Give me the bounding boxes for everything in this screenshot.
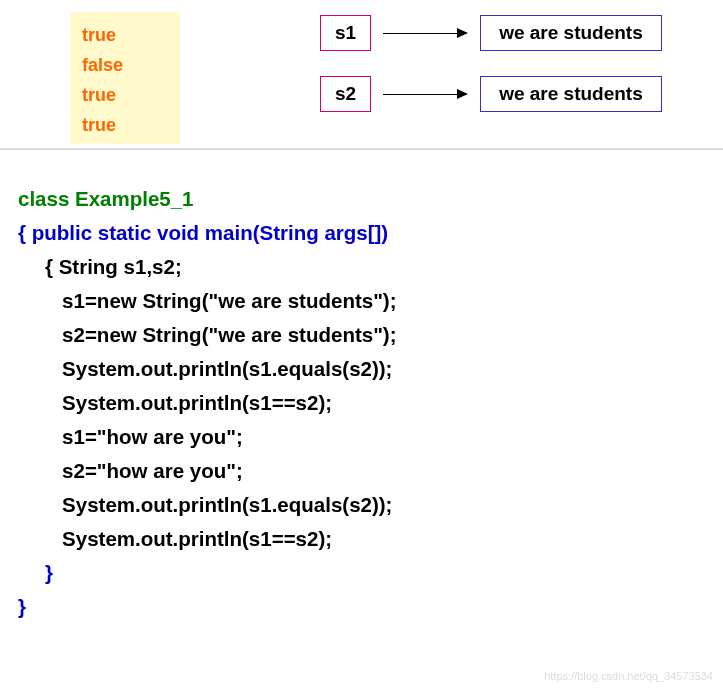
class-keyword: class xyxy=(18,187,75,210)
code-line: s1=new String("we are students"); xyxy=(18,284,711,318)
code-line: { public static void main(String args[]) xyxy=(18,216,711,250)
diagram-row: s1 we are students xyxy=(320,15,662,51)
output-line: true xyxy=(82,20,168,50)
code-line: s1="how are you"; xyxy=(18,420,711,454)
arrow-icon xyxy=(383,82,468,106)
code-line: System.out.println(s1.equals(s2)); xyxy=(18,352,711,386)
value-box: we are students xyxy=(480,76,662,112)
close-brace-outer: } xyxy=(18,590,711,624)
output-line: true xyxy=(82,80,168,110)
class-name: Example5_1 xyxy=(75,187,194,210)
diagram-row: s2 we are students xyxy=(320,76,662,112)
code-line: s2=new String("we are students"); xyxy=(18,318,711,352)
output-box: true false true true xyxy=(70,12,180,144)
variable-box: s1 xyxy=(320,15,371,51)
pointer-diagram: s1 we are students s2 we are students xyxy=(320,15,662,137)
output-line: false xyxy=(82,50,168,80)
top-section: true false true true s1 we are students … xyxy=(0,0,723,150)
code-block: class Example5_1 { public static void ma… xyxy=(0,150,723,624)
code-line: s2="how are you"; xyxy=(18,454,711,488)
value-box: we are students xyxy=(480,15,662,51)
variable-box: s2 xyxy=(320,76,371,112)
watermark: https://blog.csdn.net/qq_34573534 xyxy=(544,670,713,682)
arrow-icon xyxy=(383,21,468,45)
method-signature: public static void main(String args[]) xyxy=(32,221,389,244)
code-line: System.out.println(s1==s2); xyxy=(18,522,711,556)
code-line: class Example5_1 xyxy=(18,182,711,216)
close-brace-inner: } xyxy=(18,556,711,590)
code-line: System.out.println(s1==s2); xyxy=(18,386,711,420)
output-line: true xyxy=(82,110,168,140)
open-brace: { xyxy=(18,221,32,244)
code-line: { String s1,s2; xyxy=(18,250,711,284)
code-line: System.out.println(s1.equals(s2)); xyxy=(18,488,711,522)
